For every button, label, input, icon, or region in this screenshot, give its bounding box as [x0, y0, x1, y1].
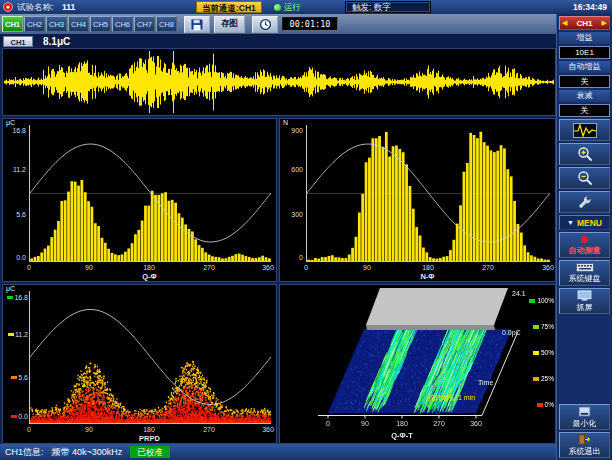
time-waveform-panel — [2, 48, 556, 116]
prps-3d-panel: 24.1 0.0pC Time 统计时长:1 min 0 90 180 270 … — [279, 284, 556, 444]
clock-icon — [259, 18, 272, 31]
exit-door-icon — [578, 434, 591, 445]
channel-button-ch3[interactable]: CH3 — [46, 16, 67, 32]
x-tick: 270 — [199, 264, 219, 271]
prps-max-label: 24.1 — [512, 290, 526, 297]
n-phi-panel: N 900 600 300 0 0 90 180 270 360 N-Φ — [279, 118, 556, 282]
scope-icon — [573, 123, 597, 138]
minimize-label: 最小化 — [573, 418, 597, 429]
channel-info-label: CH1信息: — [5, 446, 44, 459]
x-tick: 360 — [466, 420, 486, 427]
prps-unit-label: 0.0pC — [502, 329, 521, 336]
scale-color-mark — [11, 415, 17, 418]
y-tick: 0.0 — [3, 254, 26, 261]
scale-color-mark — [533, 325, 539, 329]
attenuation-label: 衰减 — [559, 90, 610, 102]
channel-button-ch6[interactable]: CH6 — [112, 16, 133, 32]
channel-button-ch1[interactable]: CH1 — [2, 16, 23, 32]
y-tick: 11.2 — [3, 166, 26, 173]
gain-value-button[interactable]: 10E1 — [559, 46, 610, 59]
scale-color-mark — [537, 403, 543, 407]
sidebar: ◀ CH1 ▶ 增益 10E1 自动增益 关 衰减 关 ▼ MENU 自动测量 — [556, 14, 612, 460]
test-name-label: 试验名称: — [17, 0, 53, 14]
system-exit-button[interactable]: 系统退出 — [559, 432, 610, 458]
x-tick: 360 — [538, 264, 558, 271]
sidebar-channel-selector[interactable]: ◀ CH1 ▶ — [559, 16, 610, 30]
waveform-view-button[interactable] — [559, 119, 610, 141]
x-tick: 180 — [139, 426, 159, 433]
q-phi-canvas — [30, 125, 271, 261]
clock: 16:34:49 — [573, 0, 607, 14]
n-phi-canvas — [307, 125, 550, 261]
x-tick: 0 — [318, 420, 338, 427]
channel-button-ch2[interactable]: CH2 — [24, 16, 45, 32]
save-image-button[interactable]: 存图 — [214, 16, 245, 33]
x-tick: 270 — [429, 420, 449, 427]
reading-channel-chip: CH1 — [3, 36, 33, 47]
sidebar-channel-label: CH1 — [576, 19, 592, 28]
prev-channel-icon[interactable]: ◀ — [562, 19, 567, 27]
prpd-scale-tick: 0.0 — [3, 413, 28, 420]
x-tick: 180 — [392, 420, 412, 427]
y-tick: 16.8 — [3, 127, 26, 134]
channel-button-ch8[interactable]: CH8 — [156, 16, 177, 32]
x-tick: 270 — [199, 426, 219, 433]
q-phi-plot — [29, 125, 271, 262]
chevron-down-icon: ▼ — [567, 219, 574, 226]
prpd-plot — [29, 291, 271, 424]
next-channel-icon[interactable]: ▶ — [602, 19, 607, 27]
channel-button-ch4[interactable]: CH4 — [68, 16, 89, 32]
zoom-out-button[interactable] — [559, 167, 610, 189]
run-status-label: 运行 — [284, 2, 301, 12]
auto-gain-value-button[interactable]: 关 — [559, 75, 610, 88]
channel-button-ch5[interactable]: CH5 — [90, 16, 111, 32]
x-tick: 0 — [19, 264, 39, 271]
scale-color-mark — [11, 376, 17, 379]
scale-color-mark — [533, 351, 539, 355]
y-tick: 5.6 — [3, 211, 26, 218]
x-tick: 0 — [296, 264, 316, 271]
x-tick: 270 — [478, 264, 498, 271]
minimize-button[interactable]: 最小化 — [559, 404, 610, 430]
prpd-scale-tick: 5.6 — [3, 374, 28, 381]
x-tick: 180 — [139, 264, 159, 271]
prpd-y-unit: μC — [6, 285, 15, 292]
keyboard-icon — [576, 263, 594, 272]
tools-button[interactable] — [559, 191, 610, 213]
percent-tick: 25% — [533, 375, 554, 382]
prps-depth-label: Time — [478, 379, 493, 386]
save-button[interactable] — [184, 16, 210, 33]
screen-capture-button[interactable]: 抓屏 — [559, 288, 610, 314]
x-tick: 360 — [258, 264, 278, 271]
n-phi-x-label: N-Φ — [306, 272, 549, 281]
percent-tick: 50% — [533, 349, 554, 356]
prps-duration-label: 统计时长:1 min — [428, 393, 475, 403]
x-tick: 360 — [258, 426, 278, 433]
prpd-scale-tick: 16.8 — [3, 294, 28, 301]
y-tick: 900 — [280, 127, 303, 134]
x-tick: 90 — [79, 426, 99, 433]
elapsed-time-display: 00:01:10 — [282, 17, 338, 31]
prpd-x-label: PRPD — [29, 434, 270, 443]
channel-button-ch7[interactable]: CH7 — [134, 16, 155, 32]
n-phi-plot — [306, 125, 550, 262]
q-phi-x-label: Q-Φ — [29, 272, 270, 281]
scale-color-mark — [7, 296, 13, 299]
y-tick: 0 — [280, 254, 303, 261]
prpd-scale-tick: 11.2 — [3, 331, 28, 338]
run-status: 运行 — [274, 0, 301, 14]
floppy-icon — [190, 18, 204, 31]
menu-button-label: MENU — [577, 218, 602, 228]
screen-capture-label: 抓屏 — [577, 302, 593, 313]
timer-history-button[interactable] — [252, 16, 278, 33]
zoom-in-button[interactable] — [559, 143, 610, 165]
auto-gain-label: 自动增益 — [559, 61, 610, 73]
system-keyboard-button[interactable]: 系统键盘 — [559, 260, 610, 286]
system-exit-label: 系统退出 — [569, 446, 601, 457]
auto-measure-button[interactable]: 自动测量 — [559, 232, 610, 258]
menu-button[interactable]: ▼ MENU — [559, 215, 610, 230]
percent-tick: 100% — [529, 297, 554, 304]
status-bar: CH1信息: 频带 40k~300kHz 已校准 — [0, 444, 556, 460]
top-bar: 试验名称: 111 当前通道:CH1 运行 触发: 数字 16:34:49 — [0, 0, 612, 14]
attenuation-value-button[interactable]: 关 — [559, 104, 610, 117]
